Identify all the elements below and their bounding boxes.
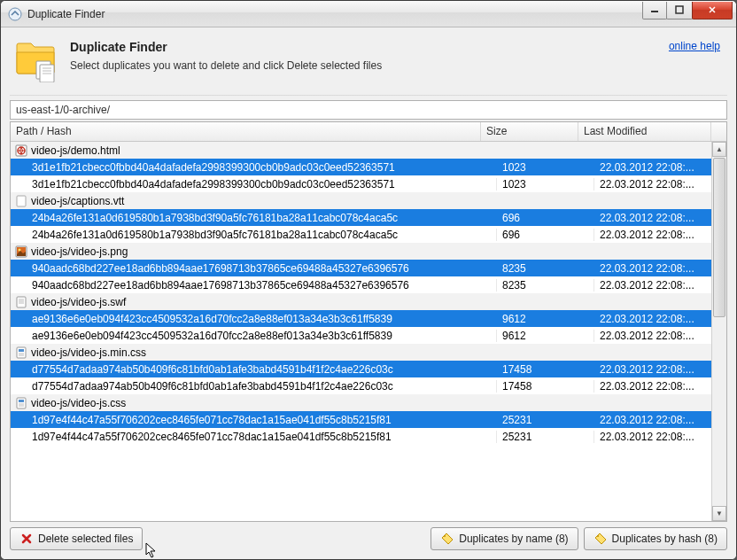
delete-selected-button[interactable]: Delete selected files bbox=[10, 527, 143, 550]
hash-row[interactable]: 1d97e4f44c47a55f706202cec8465fe071cc78da… bbox=[11, 411, 726, 428]
path-breadcrumb[interactable]: us-east-1/0-archive/ bbox=[10, 100, 727, 120]
file-icon bbox=[14, 295, 28, 309]
file-icon bbox=[14, 346, 28, 360]
hash-value: 940aadc68bd227ee18ad6bb894aae17698713b37… bbox=[32, 262, 409, 275]
duplicates-by-name-button[interactable]: Duplicates by name (8) bbox=[431, 527, 578, 550]
hash-value: 3d1e1fb21cbecc0fbbd40a4dafadefa299839930… bbox=[32, 178, 395, 191]
svg-rect-23 bbox=[19, 400, 24, 402]
file-group-row[interactable]: video-js/captions.vtt bbox=[11, 192, 726, 209]
date-value: 22.03.2012 22:08:... bbox=[593, 161, 726, 174]
hash-row[interactable]: 24b4a26fe131a0d619580b1a7938bd3f90a5fc76… bbox=[11, 209, 726, 226]
date-value: 22.03.2012 22:08:... bbox=[593, 330, 726, 342]
file-icon bbox=[14, 194, 28, 208]
size-value: 17458 bbox=[496, 380, 593, 393]
table-body: video-js/demo.html3d1e1fb21cbecc0fbbd40a… bbox=[11, 142, 726, 521]
date-value: 22.03.2012 22:08:... bbox=[593, 380, 726, 393]
column-path[interactable]: Path / Hash bbox=[11, 122, 481, 141]
footer-toolbar: Delete selected files Duplicates by name… bbox=[10, 527, 727, 550]
window-title: Duplicate Finder bbox=[27, 8, 643, 20]
app-window: Duplicate Finder Duplicate Finder Select… bbox=[0, 0, 737, 560]
size-value: 8235 bbox=[496, 262, 593, 275]
header-panel: Duplicate Finder Select duplicates you w… bbox=[10, 36, 727, 89]
hash-value: 24b4a26fe131a0d619580b1a7938bd3f90a5fc76… bbox=[32, 212, 398, 224]
hash-value: 940aadc68bd227ee18ad6bb894aae17698713b37… bbox=[32, 279, 409, 292]
hash-row[interactable]: 3d1e1fb21cbecc0fbbd40a4dafadefa299839930… bbox=[11, 175, 726, 192]
size-value: 8235 bbox=[496, 279, 593, 292]
hash-row[interactable]: 1d97e4f44c47a55f706202cec8465fe071cc78da… bbox=[11, 428, 726, 445]
date-value: 22.03.2012 22:08:... bbox=[593, 262, 726, 275]
page-subtitle: Select duplicates you want to delete and… bbox=[70, 59, 669, 72]
file-group-row[interactable]: video-js/video-js.min.css bbox=[11, 344, 726, 361]
scroll-down-button[interactable]: ▼ bbox=[712, 506, 726, 521]
file-group-row[interactable]: video-js/video-js.swf bbox=[11, 293, 726, 310]
size-value: 1023 bbox=[496, 161, 593, 174]
hash-row[interactable]: ae9136e6e0eb094f423cc4509532a16d70fcc2a8… bbox=[11, 310, 726, 327]
svg-rect-1 bbox=[651, 11, 658, 12]
hash-row[interactable]: d77554d7adaa974ab50b409f6c81bfd0ab1afe3b… bbox=[11, 361, 726, 377]
vertical-scrollbar[interactable]: ▲ ▼ bbox=[711, 142, 726, 521]
size-value: 9612 bbox=[496, 330, 593, 342]
hash-row[interactable]: 24b4a26fe131a0d619580b1a7938bd3f90a5fc76… bbox=[11, 226, 726, 243]
file-path: video-js/video-js.css bbox=[31, 397, 126, 409]
minimize-button[interactable] bbox=[642, 2, 667, 19]
size-value: 696 bbox=[496, 212, 593, 224]
tag-icon bbox=[440, 532, 454, 546]
file-group-row[interactable]: video-js/demo.html bbox=[11, 142, 726, 159]
date-value: 22.03.2012 22:08:... bbox=[593, 178, 726, 191]
file-path: video-js/video-js.min.css bbox=[31, 346, 146, 359]
scroll-up-button[interactable]: ▲ bbox=[712, 142, 726, 157]
date-value: 22.03.2012 22:08:... bbox=[593, 229, 726, 241]
svg-rect-14 bbox=[17, 297, 26, 307]
hash-row[interactable]: 940aadc68bd227ee18ad6bb894aae17698713b37… bbox=[11, 260, 726, 276]
svg-point-13 bbox=[19, 248, 21, 251]
duplicates-by-hash-button[interactable]: Duplicates by hash (8) bbox=[584, 527, 727, 550]
hash-value: 1d97e4f44c47a55f706202cec8465fe071cc78da… bbox=[32, 431, 392, 443]
hash-row[interactable]: ae9136e6e0eb094f423cc4509532a16d70fcc2a8… bbox=[11, 327, 726, 344]
table-header: Path / Hash Size Last Modified bbox=[11, 122, 726, 142]
tag-icon bbox=[593, 532, 608, 546]
svg-rect-22 bbox=[17, 398, 26, 408]
maximize-button[interactable] bbox=[666, 2, 693, 19]
file-path: video-js/captions.vtt bbox=[31, 195, 124, 207]
online-help-link[interactable]: online help bbox=[669, 40, 720, 52]
svg-point-0 bbox=[9, 8, 21, 20]
hash-row[interactable]: 940aadc68bd227ee18ad6bb894aae17698713b37… bbox=[11, 276, 726, 293]
svg-rect-18 bbox=[17, 347, 26, 358]
file-path: video-js/demo.html bbox=[31, 144, 120, 157]
hash-row[interactable]: 3d1e1fb21cbecc0fbbd40a4dafadefa299839930… bbox=[11, 159, 726, 175]
date-value: 22.03.2012 22:08:... bbox=[593, 414, 726, 426]
svg-point-26 bbox=[444, 535, 446, 537]
date-value: 22.03.2012 22:08:... bbox=[593, 279, 726, 292]
hash-value: d77554d7adaa974ab50b409f6c81bfd0ab1afe3b… bbox=[32, 363, 393, 376]
size-value: 17458 bbox=[496, 363, 593, 376]
svg-rect-2 bbox=[676, 6, 683, 13]
hash-value: ae9136e6e0eb094f423cc4509532a16d70fcc2a8… bbox=[32, 330, 392, 342]
file-icon bbox=[14, 144, 28, 158]
file-icon bbox=[14, 245, 28, 259]
column-modified[interactable]: Last Modified bbox=[578, 122, 711, 141]
svg-point-27 bbox=[597, 535, 599, 537]
hash-row[interactable]: d77554d7adaa974ab50b409f6c81bfd0ab1afe3b… bbox=[11, 377, 726, 394]
column-size[interactable]: Size bbox=[481, 122, 578, 141]
duplicates-table: Path / Hash Size Last Modified video-js/… bbox=[10, 121, 727, 522]
file-icon bbox=[14, 396, 28, 410]
file-group-row[interactable]: video-js/video-js.png bbox=[11, 243, 726, 260]
app-icon bbox=[8, 7, 22, 21]
size-value: 696 bbox=[496, 229, 593, 241]
date-value: 22.03.2012 22:08:... bbox=[593, 212, 726, 224]
page-title: Duplicate Finder bbox=[70, 40, 669, 54]
svg-rect-10 bbox=[17, 196, 26, 206]
date-value: 22.03.2012 22:08:... bbox=[593, 363, 726, 376]
window-controls bbox=[643, 2, 733, 19]
hash-value: 24b4a26fe131a0d619580b1a7938bd3f90a5fc76… bbox=[32, 229, 398, 241]
date-value: 22.03.2012 22:08:... bbox=[593, 313, 726, 325]
file-group-row[interactable]: video-js/video-js.css bbox=[11, 394, 726, 411]
size-value: 25231 bbox=[496, 414, 593, 426]
client-area: Duplicate Finder Select duplicates you w… bbox=[1, 27, 736, 559]
folder-duplicate-icon bbox=[13, 40, 61, 82]
scroll-thumb[interactable] bbox=[713, 158, 725, 317]
titlebar[interactable]: Duplicate Finder bbox=[1, 1, 736, 27]
size-value: 9612 bbox=[496, 313, 593, 325]
close-button[interactable] bbox=[692, 2, 733, 19]
date-value: 22.03.2012 22:08:... bbox=[593, 431, 726, 443]
